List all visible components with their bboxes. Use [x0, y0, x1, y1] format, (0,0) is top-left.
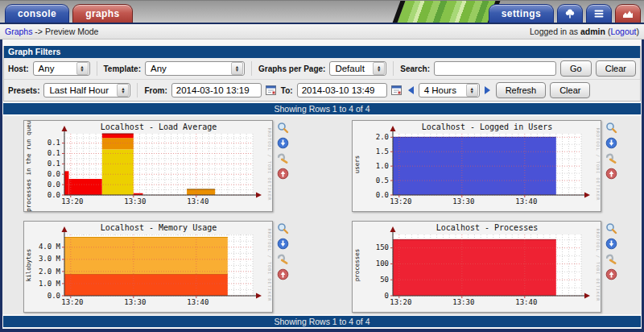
tab-graphs[interactable]: graphs	[72, 4, 132, 23]
breadcrumb-separator: ->	[35, 27, 43, 36]
svg-text:13:40: 13:40	[187, 197, 208, 205]
per-page-select[interactable]: Default ▲▼	[329, 61, 386, 76]
graph-source-icon[interactable]	[605, 152, 617, 164]
cacti-logo	[391, 0, 501, 23]
csv-export-icon[interactable]	[605, 137, 617, 149]
page-top-icon[interactable]	[605, 168, 617, 180]
svg-text:150: 150	[376, 243, 389, 251]
shift-forward-icon[interactable]	[484, 85, 492, 95]
to-label: To:	[281, 86, 293, 95]
login-prefix: Logged in as	[530, 27, 578, 36]
csv-export-icon[interactable]	[605, 238, 617, 250]
svg-text:0.5: 0.5	[376, 176, 389, 185]
graph-image-4[interactable]: 05010015013:2013:3013:40Localhost - Proc…	[352, 221, 601, 313]
page-top-icon[interactable]	[605, 268, 617, 280]
breadcrumb-graphs-link[interactable]: Graphs	[5, 27, 32, 36]
svg-text:RRDTOOL / TOBI OETIKER: RRDTOOL / TOBI OETIKER	[267, 128, 272, 201]
per-page-label: Graphs per Page:	[258, 64, 325, 73]
top-tab-strip: console graphs settings	[0, 0, 644, 23]
svg-text:13:30: 13:30	[452, 298, 474, 306]
tab-settings[interactable]: settings	[489, 4, 554, 23]
shift-back-icon[interactable]	[407, 85, 415, 95]
divider	[137, 83, 138, 98]
svg-text:RRDTOOL / TOBI OETIKER: RRDTOOL / TOBI OETIKER	[596, 229, 601, 302]
svg-text:2.0: 2.0	[376, 133, 389, 141]
search-input[interactable]	[434, 61, 556, 76]
presets-select-value: Last Half Hour	[49, 85, 109, 95]
to-calendar-icon[interactable]	[391, 85, 402, 96]
zoom-icon[interactable]	[277, 122, 289, 134]
main-content: Graph Filters Host: Any ▲▼ Template: Any…	[0, 39, 644, 332]
tab-console[interactable]: console	[5, 4, 69, 23]
go-button[interactable]: Go	[560, 60, 592, 77]
host-label: Host:	[8, 64, 29, 73]
svg-text:13:40: 13:40	[515, 298, 537, 306]
page-top-icon[interactable]	[277, 268, 289, 280]
main-tabs: console graphs	[5, 4, 133, 23]
divider	[251, 61, 252, 76]
svg-text:13:30: 13:30	[124, 197, 146, 205]
svg-text:0.0: 0.0	[47, 181, 60, 189]
svg-text:1.5: 1.5	[376, 147, 389, 156]
utility-tabs: settings	[489, 4, 641, 23]
from-date-input[interactable]	[171, 83, 262, 98]
graph-cell: 05010015013:2013:3013:40Localhost - Proc…	[352, 221, 618, 313]
svg-text:0.0: 0.0	[47, 191, 60, 199]
graph-image-2[interactable]: 0.00.51.01.52.013:2013:3013:40Localhost …	[352, 120, 601, 212]
graph-cell: 0.00.00.00.10.10.113:2013:3013:40Localho…	[23, 120, 290, 212]
select-arrows-icon: ▲▼	[373, 62, 385, 75]
refresh-button[interactable]: Refresh	[496, 82, 547, 98]
rows-status-bar-bottom: Showing Rows 1 to 4 of 4	[3, 316, 641, 327]
graph-actions	[605, 221, 617, 280]
svg-text:3.0 M: 3.0 M	[39, 255, 61, 263]
graph-source-icon[interactable]	[605, 253, 617, 265]
breadcrumb: Graphs -> Preview Mode	[5, 27, 98, 36]
graph-source-icon[interactable]	[277, 253, 289, 265]
timespan-clear-button[interactable]: Clear	[550, 82, 590, 98]
page-top-icon[interactable]	[277, 168, 289, 180]
host-select[interactable]: Any ▲▼	[33, 61, 90, 76]
presets-select[interactable]: Last Half Hour ▲▼	[43, 83, 130, 98]
svg-text:100: 100	[376, 259, 389, 268]
csv-export-icon[interactable]	[277, 238, 289, 250]
graph-filters-title: Graph Filters	[4, 46, 640, 58]
zoom-icon[interactable]	[605, 122, 617, 134]
svg-text:0.1: 0.1	[47, 149, 60, 157]
svg-text:0.0: 0.0	[47, 292, 60, 300]
clear-button[interactable]: Clear	[596, 60, 636, 77]
tree-view-button[interactable]	[557, 4, 583, 23]
graph-image-1[interactable]: 0.00.00.00.10.10.113:2013:3013:40Localho…	[23, 120, 273, 212]
login-status: Logged in as admin (Logout)	[530, 27, 639, 36]
svg-text:13:20: 13:20	[390, 298, 411, 306]
timespan-select-value: 4 Hours	[424, 85, 456, 95]
select-arrows-icon: ▲▼	[466, 84, 478, 97]
graph-cell: 0.01.0 M2.0 M3.0 M4.0 M13:2013:3013:40Lo…	[23, 221, 290, 313]
zoom-icon[interactable]	[277, 222, 289, 234]
template-select[interactable]: Any ▲▼	[145, 61, 245, 76]
svg-text:0.1: 0.1	[47, 139, 60, 147]
svg-text:50: 50	[380, 276, 389, 284]
logout-link[interactable]: Logout	[610, 27, 636, 36]
list-icon	[592, 8, 605, 19]
graph-image-3[interactable]: 0.01.0 M2.0 M3.0 M4.0 M13:2013:3013:40Lo…	[23, 221, 273, 313]
svg-text:0: 0	[385, 292, 389, 300]
csv-export-icon[interactable]	[277, 137, 289, 149]
svg-text:Localhost - Memory Usage: Localhost - Memory Usage	[101, 223, 217, 232]
template-label: Template:	[104, 64, 142, 73]
graph-cell: 0.00.51.01.52.013:2013:3013:40Localhost …	[352, 120, 618, 212]
graph-actions	[277, 120, 289, 180]
list-view-button[interactable]	[586, 4, 612, 23]
template-select-value: Any	[151, 64, 167, 73]
per-page-select-value: Default	[335, 64, 364, 73]
preview-view-button[interactable]	[615, 4, 641, 23]
svg-text:13:40: 13:40	[187, 298, 208, 306]
svg-text:0.0: 0.0	[47, 170, 60, 178]
from-calendar-icon[interactable]	[266, 85, 277, 96]
zoom-icon[interactable]	[605, 222, 617, 234]
svg-text:Localhost - Processes: Localhost - Processes	[436, 223, 538, 232]
timespan-select[interactable]: 4 Hours ▲▼	[419, 83, 480, 98]
select-arrows-icon: ▲▼	[76, 62, 89, 75]
graph-actions	[605, 120, 617, 180]
to-date-input[interactable]	[297, 83, 387, 98]
graph-source-icon[interactable]	[277, 152, 289, 164]
